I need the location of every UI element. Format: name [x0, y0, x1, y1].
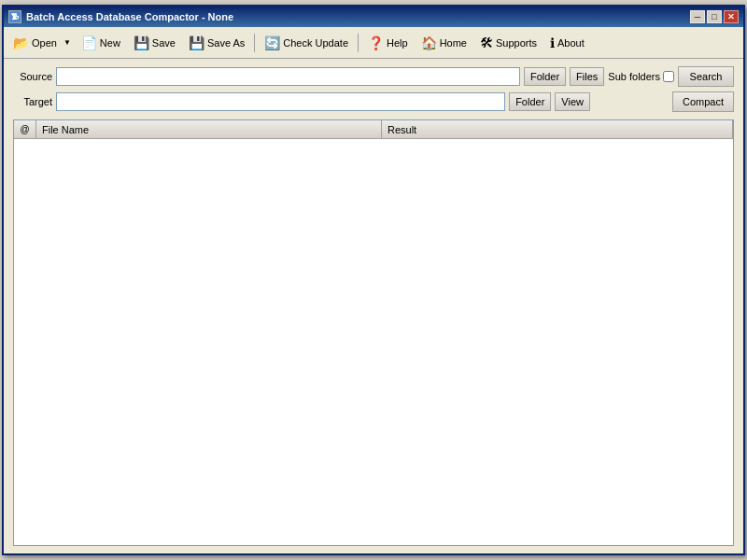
toolbar-separator-1: [254, 34, 255, 52]
maximize-button[interactable]: □: [707, 10, 722, 23]
list-filename-col: File Name: [36, 120, 382, 138]
source-folder-button[interactable]: Folder: [524, 67, 566, 86]
list-result-col: Result: [382, 120, 733, 138]
toolbar: 📂 Open ▼ 📄 New 💾 Save 💾 Save As 🔄 Check …: [4, 27, 743, 59]
open-arrow-icon: ▼: [63, 38, 71, 47]
subfolders-label: Sub folders: [608, 71, 660, 82]
open-button-group: 📂 Open ▼: [7, 31, 74, 55]
title-bar-left: 🗜 Batch Access Database Compactor - None: [8, 10, 233, 23]
list-header: @ File Name Result: [14, 120, 733, 139]
subfolders-checkbox[interactable]: [663, 71, 674, 82]
source-row: Source Folder Files Sub folders Search: [13, 66, 734, 87]
title-bar-buttons: ─ □ ✕: [690, 10, 739, 23]
source-files-button[interactable]: Files: [570, 67, 604, 86]
app-icon: 🗜: [8, 10, 21, 23]
save-label: Save: [152, 37, 176, 49]
save-button[interactable]: 💾 Save: [128, 31, 181, 55]
toolbar-separator-2: [358, 34, 359, 52]
save-as-label: Save As: [207, 37, 245, 49]
check-update-icon: 🔄: [264, 35, 280, 50]
help-button[interactable]: ❓ Help: [362, 31, 414, 55]
supports-label: Supports: [496, 37, 537, 49]
list-body: [14, 139, 733, 545]
open-icon: 📂: [13, 35, 29, 50]
target-row: Target Folder View Compact: [13, 91, 734, 112]
save-as-button[interactable]: 💾 Save As: [183, 31, 250, 55]
list-icon-col: @: [14, 120, 36, 138]
supports-icon: 🛠: [480, 35, 493, 50]
save-as-icon: 💾: [189, 35, 204, 50]
compact-button[interactable]: Compact: [672, 91, 734, 112]
search-button[interactable]: Search: [678, 66, 734, 87]
target-folder-button[interactable]: Folder: [509, 92, 551, 111]
open-dropdown-button[interactable]: ▼: [62, 31, 74, 55]
new-button[interactable]: 📄 New: [76, 31, 126, 55]
about-label: About: [557, 37, 585, 49]
open-button[interactable]: 📂 Open: [7, 31, 62, 55]
window-title: Batch Access Database Compactor - None: [26, 11, 233, 22]
new-label: New: [100, 37, 120, 49]
save-icon: 💾: [134, 35, 149, 50]
home-icon: 🏠: [421, 35, 437, 50]
check-update-button[interactable]: 🔄 Check Update: [259, 31, 354, 55]
open-label: Open: [32, 37, 57, 49]
file-list: @ File Name Result: [13, 119, 734, 546]
home-label: Home: [440, 37, 467, 49]
source-input[interactable]: [56, 67, 520, 86]
form-area: Source Folder Files Sub folders Search T…: [4, 59, 743, 119]
target-input[interactable]: [56, 92, 505, 111]
subfolders-area: Sub folders: [608, 71, 674, 82]
target-view-button[interactable]: View: [555, 92, 590, 111]
help-icon: ❓: [368, 35, 384, 50]
about-button[interactable]: ℹ About: [544, 31, 590, 55]
minimize-button[interactable]: ─: [690, 10, 705, 23]
home-button[interactable]: 🏠 Home: [416, 31, 472, 55]
supports-button[interactable]: 🛠 Supports: [474, 31, 543, 55]
source-label: Source: [13, 71, 52, 82]
help-label: Help: [387, 37, 408, 49]
target-label: Target: [13, 96, 52, 107]
about-icon: ℹ: [550, 35, 555, 50]
title-bar: 🗜 Batch Access Database Compactor - None…: [4, 7, 743, 27]
new-icon: 📄: [81, 35, 97, 50]
main-window: 🗜 Batch Access Database Compactor - None…: [2, 5, 745, 555]
check-update-label: Check Update: [283, 37, 348, 49]
close-button[interactable]: ✕: [724, 10, 739, 23]
